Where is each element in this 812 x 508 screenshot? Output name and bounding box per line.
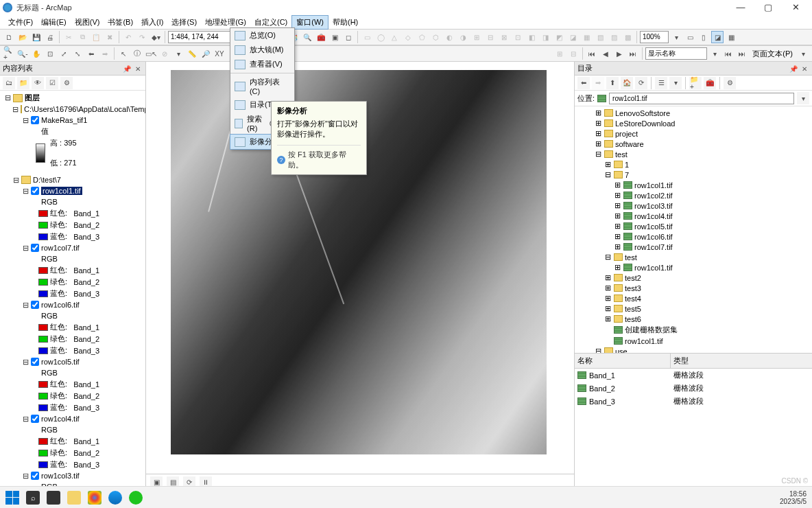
menu-window[interactable]: 窗口(W) xyxy=(291,15,329,30)
menu-item-0[interactable]: 总览(O) xyxy=(230,28,294,43)
catalog-item[interactable]: ⊞test2 xyxy=(575,273,812,283)
catalog-item[interactable]: ⊞LenovoSoftstore xyxy=(575,108,812,118)
last-page-icon[interactable]: ⏭ xyxy=(627,47,639,60)
band-swatch-icon[interactable] xyxy=(38,279,48,286)
edit13-icon[interactable]: ◧ xyxy=(525,31,538,43)
menu-customize[interactable]: 自定义(C) xyxy=(250,16,291,29)
edit18-icon[interactable]: ▧ xyxy=(594,31,606,43)
menu-bar[interactable]: 文件(F) 编辑(E) 视图(V) 书签(B) 插入(I) 选择(S) 地理处理… xyxy=(0,15,812,29)
list-by-selection-icon[interactable]: ☑ xyxy=(46,77,58,89)
fixed-zoom-in-icon[interactable]: ⤢ xyxy=(58,47,70,60)
page-dropdown-icon[interactable]: ▾ xyxy=(797,47,809,60)
cat-options-icon[interactable]: ⚙ xyxy=(724,77,736,89)
band-swatch-icon[interactable] xyxy=(38,210,48,217)
edit16-icon[interactable]: ◪ xyxy=(566,31,579,43)
layout3-icon[interactable]: ◪ xyxy=(711,31,724,43)
edit4-icon[interactable]: ◇ xyxy=(402,31,414,43)
next-page-icon[interactable]: ▶ xyxy=(613,47,625,60)
toc-root[interactable]: 图层 xyxy=(25,93,40,103)
catalog-item[interactable]: ⊞LeStoreDownload xyxy=(575,118,812,128)
catalog-item[interactable]: ⊞row1col1.tif xyxy=(575,262,812,273)
maximize-button[interactable]: ▢ xyxy=(754,0,782,15)
select-dropdown-icon[interactable]: ▾ xyxy=(172,47,184,60)
edit6-icon[interactable]: ⬡ xyxy=(429,31,442,43)
menu-select[interactable]: 选择(S) xyxy=(167,16,201,29)
search-icon[interactable]: ⌕ xyxy=(26,491,40,505)
goto-last-icon[interactable]: ⏭ xyxy=(736,47,748,60)
layer-checkbox[interactable] xyxy=(31,301,39,309)
edit20-icon[interactable]: ▩ xyxy=(621,31,634,43)
location-input[interactable] xyxy=(609,93,794,104)
menu-item-2[interactable]: 查看器(V) xyxy=(230,57,294,71)
toc-tree[interactable]: ⊟图层 ⊟C:\Users\16796\AppData\Local\Temp ⊟… xyxy=(0,91,145,490)
band-swatch-icon[interactable] xyxy=(38,267,48,274)
cat-up-icon[interactable]: ⬆ xyxy=(606,77,619,89)
clear-selection-icon[interactable]: ⊘ xyxy=(158,47,171,60)
layer-label[interactable]: row1col4.tif xyxy=(41,415,80,423)
location-dropdown-icon[interactable]: ▾ xyxy=(797,92,809,104)
band-swatch-icon[interactable] xyxy=(38,233,48,240)
band-swatch-icon[interactable] xyxy=(38,438,48,445)
close-button[interactable]: ✕ xyxy=(782,0,809,15)
layout1-icon[interactable]: ▭ xyxy=(684,31,696,43)
next-extent-icon[interactable]: ➡ xyxy=(99,47,111,60)
paste-icon[interactable]: 📋 xyxy=(90,31,102,43)
display-name-input[interactable]: 显示名称 xyxy=(645,47,707,60)
edit5-icon[interactable]: ⬠ xyxy=(416,31,428,43)
catalog-item[interactable]: ⊞row1col4.tif xyxy=(575,211,812,221)
layer-checkbox[interactable] xyxy=(31,244,39,252)
band-swatch-icon[interactable] xyxy=(38,393,48,400)
layer-label[interactable]: row1col7.tif xyxy=(41,244,80,252)
makeras-label[interactable]: MakeRas_tif1 xyxy=(41,116,87,124)
identify-icon[interactable]: ⓘ xyxy=(131,47,143,60)
georef-icon[interactable]: ⊞ xyxy=(553,47,566,60)
explorer-icon[interactable] xyxy=(67,491,81,505)
select-features-icon[interactable]: ▭↖ xyxy=(145,47,157,60)
zoom-out-icon[interactable]: 🔍- xyxy=(16,47,29,60)
catalog-item[interactable]: ⊟test xyxy=(575,252,812,262)
catalog-item[interactable]: ⊞project xyxy=(575,128,812,139)
band-swatch-icon[interactable] xyxy=(38,336,48,343)
col-type[interactable]: 类型 xyxy=(671,354,691,368)
page-text-label[interactable]: 页面文本(P) xyxy=(750,49,796,59)
catalog-item[interactable]: ⊞test6 xyxy=(575,314,812,324)
toc-group1[interactable]: C:\Users\16796\AppData\Local\Temp xyxy=(24,105,145,113)
layer-label[interactable]: row1col6.tif xyxy=(41,301,80,309)
layout4-icon[interactable]: ▦ xyxy=(725,31,737,43)
search-window-icon[interactable]: 🔍 xyxy=(301,31,313,43)
zoom-in-icon[interactable]: 🔍+ xyxy=(3,47,15,60)
cat-back-icon[interactable]: ⬅ xyxy=(577,77,590,89)
cat-refresh-icon[interactable]: ⟳ xyxy=(635,77,647,89)
cat-toolbox-icon[interactable]: 🧰 xyxy=(704,77,716,89)
georef2-icon[interactable]: ⊟ xyxy=(567,47,580,60)
xy-icon[interactable]: XY xyxy=(213,47,226,60)
toc-close-icon[interactable]: ✕ xyxy=(133,65,143,73)
catalog-item[interactable]: ⊟use xyxy=(575,346,812,353)
cut-icon[interactable]: ✂ xyxy=(62,31,75,43)
layer-checkbox[interactable] xyxy=(31,472,39,480)
catalog-item[interactable]: ⊞row1col7.tif xyxy=(575,242,812,252)
catalog-item[interactable]: ⊞test3 xyxy=(575,283,812,293)
display-dropdown-icon[interactable]: ▾ xyxy=(708,47,721,60)
catalog-item[interactable]: ⊞row1col6.tif xyxy=(575,231,812,242)
cat-fwd-icon[interactable]: ➡ xyxy=(592,77,604,89)
full-extent-icon[interactable]: ⊡ xyxy=(44,47,56,60)
band-swatch-icon[interactable] xyxy=(38,290,48,297)
layer-label[interactable]: row1col5.tif xyxy=(41,358,80,366)
layout2-icon[interactable]: ▯ xyxy=(697,31,710,43)
prev-page-icon[interactable]: ◀ xyxy=(599,47,612,60)
menu-item-3[interactable]: 内容列表(C) xyxy=(230,75,294,97)
prev-extent-icon[interactable]: ⬅ xyxy=(85,47,97,60)
menu-help[interactable]: 帮助(H) xyxy=(329,16,362,29)
catalog-item[interactable]: ⊞row1col1.tif xyxy=(575,180,812,190)
edge-icon[interactable] xyxy=(108,491,122,505)
list-by-drawing-icon[interactable]: 🗂 xyxy=(3,77,15,89)
edit15-icon[interactable]: ◩ xyxy=(553,31,565,43)
band-swatch-icon[interactable] xyxy=(38,450,48,457)
find-icon[interactable]: 🔎 xyxy=(200,47,212,60)
band-swatch-icon[interactable] xyxy=(38,324,48,331)
edit11-icon[interactable]: ⊠ xyxy=(498,31,510,43)
print-icon[interactable]: 🖨 xyxy=(44,31,56,43)
catalog-tree[interactable]: ⊞LenovoSoftstore⊞LeStoreDownload⊞project… xyxy=(575,106,812,353)
toc-pin-icon[interactable]: 📌 xyxy=(121,65,133,73)
